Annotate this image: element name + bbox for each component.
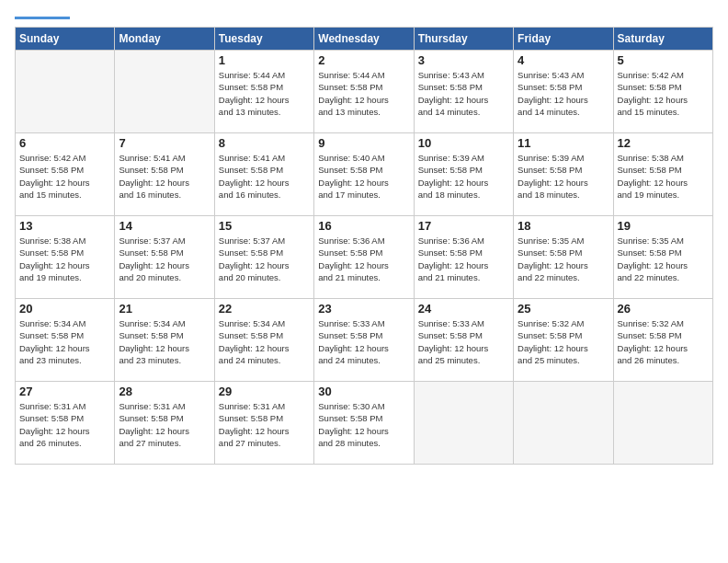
calendar-cell: 2Sunrise: 5:44 AM Sunset: 5:58 PM Daylig… <box>314 51 414 133</box>
calendar-cell <box>414 382 513 465</box>
calendar-cell: 4Sunrise: 5:43 AM Sunset: 5:58 PM Daylig… <box>514 51 613 133</box>
day-number: 5 <box>618 53 709 67</box>
day-info: Sunrise: 5:38 AM Sunset: 5:58 PM Dayligh… <box>19 235 110 283</box>
calendar-week-5: 27Sunrise: 5:31 AM Sunset: 5:58 PM Dayli… <box>16 382 713 465</box>
day-info: Sunrise: 5:41 AM Sunset: 5:58 PM Dayligh… <box>119 152 210 201</box>
calendar-cell: 9Sunrise: 5:40 AM Sunset: 5:58 PM Daylig… <box>314 133 414 216</box>
calendar-cell: 19Sunrise: 5:35 AM Sunset: 5:58 PM Dayli… <box>613 216 712 299</box>
day-number: 6 <box>19 136 110 150</box>
day-info: Sunrise: 5:35 AM Sunset: 5:58 PM Dayligh… <box>618 235 709 283</box>
day-info: Sunrise: 5:43 AM Sunset: 5:58 PM Dayligh… <box>418 69 509 118</box>
calendar-cell: 22Sunrise: 5:34 AM Sunset: 5:58 PM Dayli… <box>214 299 313 382</box>
calendar-table: SundayMondayTuesdayWednesdayThursdayFrid… <box>15 27 713 465</box>
day-info: Sunrise: 5:35 AM Sunset: 5:58 PM Dayligh… <box>518 235 609 283</box>
day-info: Sunrise: 5:41 AM Sunset: 5:58 PM Dayligh… <box>219 152 310 201</box>
col-header-sunday: Sunday <box>16 28 115 51</box>
calendar-cell: 8Sunrise: 5:41 AM Sunset: 5:58 PM Daylig… <box>214 133 313 216</box>
day-number: 27 <box>19 385 110 398</box>
day-info: Sunrise: 5:34 AM Sunset: 5:58 PM Dayligh… <box>219 317 310 366</box>
calendar-cell: 12Sunrise: 5:38 AM Sunset: 5:58 PM Dayli… <box>613 133 712 216</box>
calendar-cell <box>16 51 115 133</box>
day-number: 21 <box>119 302 210 316</box>
logo-divider <box>15 17 70 19</box>
calendar-cell: 7Sunrise: 5:41 AM Sunset: 5:58 PM Daylig… <box>115 133 214 216</box>
day-info: Sunrise: 5:39 AM Sunset: 5:58 PM Dayligh… <box>418 152 509 201</box>
calendar-cell <box>514 382 613 465</box>
day-number: 14 <box>119 219 210 233</box>
calendar-cell: 11Sunrise: 5:39 AM Sunset: 5:58 PM Dayli… <box>514 133 613 216</box>
day-number: 22 <box>219 302 310 316</box>
calendar-cell: 28Sunrise: 5:31 AM Sunset: 5:58 PM Dayli… <box>115 382 214 465</box>
day-info: Sunrise: 5:36 AM Sunset: 5:58 PM Dayligh… <box>318 235 409 283</box>
col-header-wednesday: Wednesday <box>314 28 414 51</box>
logo <box>15 15 70 19</box>
calendar-cell <box>613 382 712 465</box>
calendar-cell: 23Sunrise: 5:33 AM Sunset: 5:58 PM Dayli… <box>314 299 414 382</box>
calendar-week-1: 1Sunrise: 5:44 AM Sunset: 5:58 PM Daylig… <box>16 51 713 133</box>
calendar-cell: 29Sunrise: 5:31 AM Sunset: 5:58 PM Dayli… <box>214 382 313 465</box>
day-info: Sunrise: 5:40 AM Sunset: 5:58 PM Dayligh… <box>318 152 409 201</box>
day-number: 23 <box>318 302 409 316</box>
day-number: 17 <box>418 219 509 233</box>
day-number: 16 <box>318 219 409 233</box>
day-info: Sunrise: 5:44 AM Sunset: 5:58 PM Dayligh… <box>318 69 409 118</box>
calendar-cell: 6Sunrise: 5:42 AM Sunset: 5:58 PM Daylig… <box>16 133 115 216</box>
col-header-monday: Monday <box>115 28 214 51</box>
calendar-cell: 10Sunrise: 5:39 AM Sunset: 5:58 PM Dayli… <box>414 133 513 216</box>
calendar-week-2: 6Sunrise: 5:42 AM Sunset: 5:58 PM Daylig… <box>16 133 713 216</box>
day-number: 13 <box>19 219 110 233</box>
day-info: Sunrise: 5:32 AM Sunset: 5:58 PM Dayligh… <box>518 317 609 366</box>
day-info: Sunrise: 5:33 AM Sunset: 5:58 PM Dayligh… <box>418 317 509 366</box>
calendar-cell: 15Sunrise: 5:37 AM Sunset: 5:58 PM Dayli… <box>214 216 313 299</box>
day-number: 26 <box>618 302 709 316</box>
day-info: Sunrise: 5:39 AM Sunset: 5:58 PM Dayligh… <box>518 152 609 201</box>
col-header-saturday: Saturday <box>613 28 712 51</box>
day-number: 20 <box>19 302 110 316</box>
day-info: Sunrise: 5:32 AM Sunset: 5:58 PM Dayligh… <box>618 317 709 366</box>
calendar-cell: 24Sunrise: 5:33 AM Sunset: 5:58 PM Dayli… <box>414 299 513 382</box>
calendar-cell: 3Sunrise: 5:43 AM Sunset: 5:58 PM Daylig… <box>414 51 513 133</box>
day-number: 1 <box>219 53 310 67</box>
calendar-cell: 30Sunrise: 5:30 AM Sunset: 5:58 PM Dayli… <box>314 382 414 465</box>
calendar-cell: 5Sunrise: 5:42 AM Sunset: 5:58 PM Daylig… <box>613 51 712 133</box>
day-info: Sunrise: 5:42 AM Sunset: 5:58 PM Dayligh… <box>618 69 709 118</box>
calendar-cell: 20Sunrise: 5:34 AM Sunset: 5:58 PM Dayli… <box>16 299 115 382</box>
day-number: 10 <box>418 136 509 150</box>
calendar-cell: 16Sunrise: 5:36 AM Sunset: 5:58 PM Dayli… <box>314 216 414 299</box>
day-info: Sunrise: 5:33 AM Sunset: 5:58 PM Dayligh… <box>318 317 409 366</box>
day-info: Sunrise: 5:42 AM Sunset: 5:58 PM Dayligh… <box>19 152 110 201</box>
calendar-week-4: 20Sunrise: 5:34 AM Sunset: 5:58 PM Dayli… <box>16 299 713 382</box>
calendar-cell <box>115 51 214 133</box>
day-info: Sunrise: 5:34 AM Sunset: 5:58 PM Dayligh… <box>119 317 210 366</box>
day-number: 28 <box>119 385 210 398</box>
day-number: 4 <box>518 53 609 67</box>
page-header <box>15 15 713 19</box>
col-header-tuesday: Tuesday <box>214 28 313 51</box>
col-header-friday: Friday <box>514 28 613 51</box>
col-header-thursday: Thursday <box>414 28 513 51</box>
day-number: 11 <box>518 136 609 150</box>
day-number: 19 <box>618 219 709 233</box>
calendar-cell: 18Sunrise: 5:35 AM Sunset: 5:58 PM Dayli… <box>514 216 613 299</box>
day-number: 18 <box>518 219 609 233</box>
calendar-header-row: SundayMondayTuesdayWednesdayThursdayFrid… <box>16 28 713 51</box>
day-info: Sunrise: 5:36 AM Sunset: 5:58 PM Dayligh… <box>418 235 509 283</box>
day-info: Sunrise: 5:31 AM Sunset: 5:58 PM Dayligh… <box>119 400 210 449</box>
day-info: Sunrise: 5:44 AM Sunset: 5:58 PM Dayligh… <box>219 69 310 118</box>
calendar-cell: 17Sunrise: 5:36 AM Sunset: 5:58 PM Dayli… <box>414 216 513 299</box>
calendar-cell: 14Sunrise: 5:37 AM Sunset: 5:58 PM Dayli… <box>115 216 214 299</box>
day-info: Sunrise: 5:31 AM Sunset: 5:58 PM Dayligh… <box>19 400 110 449</box>
calendar-cell: 27Sunrise: 5:31 AM Sunset: 5:58 PM Dayli… <box>16 382 115 465</box>
calendar-cell: 25Sunrise: 5:32 AM Sunset: 5:58 PM Dayli… <box>514 299 613 382</box>
day-info: Sunrise: 5:37 AM Sunset: 5:58 PM Dayligh… <box>119 235 210 283</box>
day-info: Sunrise: 5:43 AM Sunset: 5:58 PM Dayligh… <box>518 69 609 118</box>
day-number: 29 <box>219 385 310 398</box>
day-info: Sunrise: 5:31 AM Sunset: 5:58 PM Dayligh… <box>219 400 310 449</box>
day-number: 12 <box>618 136 709 150</box>
day-number: 3 <box>418 53 509 67</box>
day-number: 7 <box>119 136 210 150</box>
calendar-cell: 1Sunrise: 5:44 AM Sunset: 5:58 PM Daylig… <box>214 51 313 133</box>
calendar-cell: 13Sunrise: 5:38 AM Sunset: 5:58 PM Dayli… <box>16 216 115 299</box>
calendar-cell: 26Sunrise: 5:32 AM Sunset: 5:58 PM Dayli… <box>613 299 712 382</box>
day-number: 2 <box>318 53 409 67</box>
